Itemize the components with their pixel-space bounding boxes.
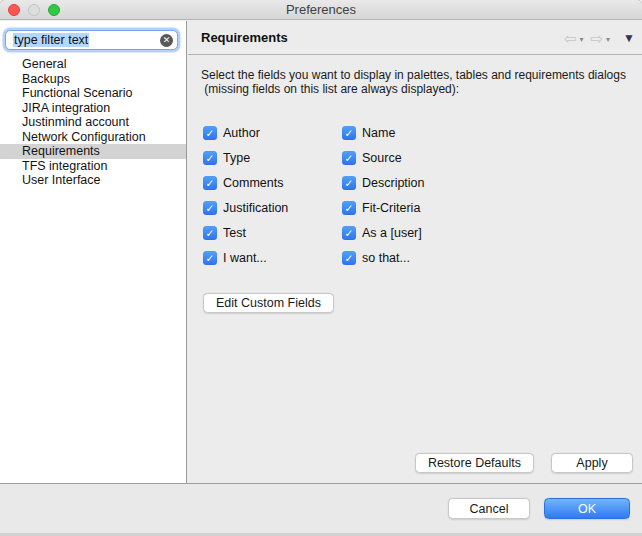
sidebar-item-label: Functional Scenario — [22, 86, 132, 100]
cancel-button[interactable]: Cancel — [448, 498, 530, 519]
requirements-panel: Requirements ⇦ ▾ ⇨ ▾ ▼ Select the fields… — [188, 21, 642, 483]
checkbox-checked-icon: ✓ — [203, 176, 217, 190]
sidebar-item-label: Network Configuration — [22, 130, 146, 144]
checkbox-checked-icon: ✓ — [203, 201, 217, 215]
ok-button[interactable]: OK — [544, 498, 630, 519]
sidebar-item-justinmind-account[interactable]: Justinmind account — [0, 115, 186, 130]
header-nav-icons: ⇦ ▾ ⇨ ▾ ▼ — [564, 21, 635, 55]
checkbox-checked-icon: ✓ — [342, 201, 356, 215]
checkbox-fit-criteria[interactable]: ✓Fit-Criteria — [342, 201, 642, 215]
checkbox-author[interactable]: ✓Author — [203, 126, 342, 140]
fields-checkbox-grid: ✓Author ✓Name ✓Type ✓Source ✓Comments ✓D… — [203, 126, 642, 265]
checkbox-as-a-user[interactable]: ✓As a [user] — [342, 226, 642, 240]
sidebar-item-general[interactable]: General — [0, 57, 186, 72]
sidebar-item-label: JIRA integration — [22, 101, 110, 115]
sidebar-item-label: User Interface — [22, 173, 101, 187]
checkbox-checked-icon: ✓ — [342, 226, 356, 240]
checkbox-label: Name — [362, 126, 395, 140]
sidebar-item-tfs-integration[interactable]: TFS integration — [0, 159, 186, 174]
sidebar-item-label: Requirements — [22, 144, 100, 158]
checkbox-comments[interactable]: ✓Comments — [203, 176, 342, 190]
title-bar: Preferences — [0, 0, 642, 20]
checkbox-label: Test — [223, 226, 246, 240]
checkbox-type[interactable]: ✓Type — [203, 151, 342, 165]
checkbox-label: Description — [362, 176, 425, 190]
checkbox-so-that[interactable]: ✓so that... — [342, 251, 642, 265]
checkbox-label: Fit-Criteria — [362, 201, 420, 215]
panel-header: Requirements ⇦ ▾ ⇨ ▾ ▼ — [188, 21, 642, 55]
preferences-category-list: General Backups Functional Scenario JIRA… — [0, 57, 186, 188]
edit-custom-fields-button[interactable]: Edit Custom Fields — [203, 293, 334, 313]
panel-description: Select the fields you want to display in… — [201, 69, 632, 96]
sidebar-item-user-interface[interactable]: User Interface — [0, 173, 186, 188]
checkbox-checked-icon: ✓ — [342, 126, 356, 140]
sidebar-item-backups[interactable]: Backups — [0, 72, 186, 87]
sidebar-item-requirements[interactable]: Requirements — [0, 144, 186, 159]
back-menu-icon[interactable]: ▾ — [580, 36, 584, 44]
checkbox-test[interactable]: ✓Test — [203, 226, 342, 240]
apply-button[interactable]: Apply — [551, 453, 633, 473]
filter-input-value: type filter text — [13, 33, 89, 47]
checkbox-checked-icon: ✓ — [203, 251, 217, 265]
checkbox-label: Type — [223, 151, 250, 165]
sidebar-item-functional-scenario[interactable]: Functional Scenario — [0, 86, 186, 101]
checkbox-checked-icon: ✓ — [203, 226, 217, 240]
checkbox-checked-icon: ✓ — [203, 126, 217, 140]
checkbox-i-want[interactable]: ✓I want... — [203, 251, 342, 265]
forward-menu-icon[interactable]: ▾ — [606, 36, 610, 44]
preferences-window: Preferences type filter text ✕ General B… — [0, 0, 642, 536]
filter-input[interactable]: type filter text ✕ — [5, 30, 178, 50]
description-line1: Select the fields you want to display in… — [201, 68, 626, 82]
dialog-footer: Cancel OK — [0, 483, 642, 536]
checkbox-label: Source — [362, 151, 402, 165]
checkbox-checked-icon: ✓ — [342, 251, 356, 265]
checkbox-label: As a [user] — [362, 226, 422, 240]
checkbox-label: Justification — [223, 201, 288, 215]
sidebar-item-jira-integration[interactable]: JIRA integration — [0, 101, 186, 116]
restore-defaults-button[interactable]: Restore Defaults — [415, 453, 534, 473]
view-menu-icon[interactable]: ▼ — [623, 32, 635, 44]
sidebar-item-label: Justinmind account — [22, 115, 129, 129]
sidebar-item-label: Backups — [22, 72, 70, 86]
window-title: Preferences — [0, 0, 642, 20]
checkbox-label: Author — [223, 126, 260, 140]
checkbox-checked-icon: ✓ — [203, 151, 217, 165]
checkbox-label: Comments — [223, 176, 283, 190]
description-line2: (missing fields on this list are always … — [201, 82, 459, 96]
checkbox-label: so that... — [362, 251, 410, 265]
back-arrow-icon[interactable]: ⇦ — [564, 31, 577, 46]
checkbox-name[interactable]: ✓Name — [342, 126, 642, 140]
checkbox-checked-icon: ✓ — [342, 151, 356, 165]
preferences-sidebar: type filter text ✕ General Backups Funct… — [0, 21, 187, 483]
panel-action-buttons: Restore Defaults Apply — [415, 453, 633, 473]
panel-content: Select the fields you want to display in… — [188, 56, 642, 483]
checkbox-justification[interactable]: ✓Justification — [203, 201, 342, 215]
sidebar-item-network-configuration[interactable]: Network Configuration — [0, 130, 186, 145]
sidebar-item-label: General — [22, 57, 66, 71]
checkbox-source[interactable]: ✓Source — [342, 151, 642, 165]
page-title: Requirements — [201, 21, 288, 55]
footer-action-buttons: Cancel OK — [448, 498, 630, 519]
clear-filter-icon[interactable]: ✕ — [160, 34, 173, 47]
forward-arrow-icon[interactable]: ⇨ — [591, 31, 604, 46]
checkbox-description[interactable]: ✓Description — [342, 176, 642, 190]
checkbox-label: I want... — [223, 251, 267, 265]
checkbox-checked-icon: ✓ — [342, 176, 356, 190]
sidebar-item-label: TFS integration — [22, 159, 107, 173]
